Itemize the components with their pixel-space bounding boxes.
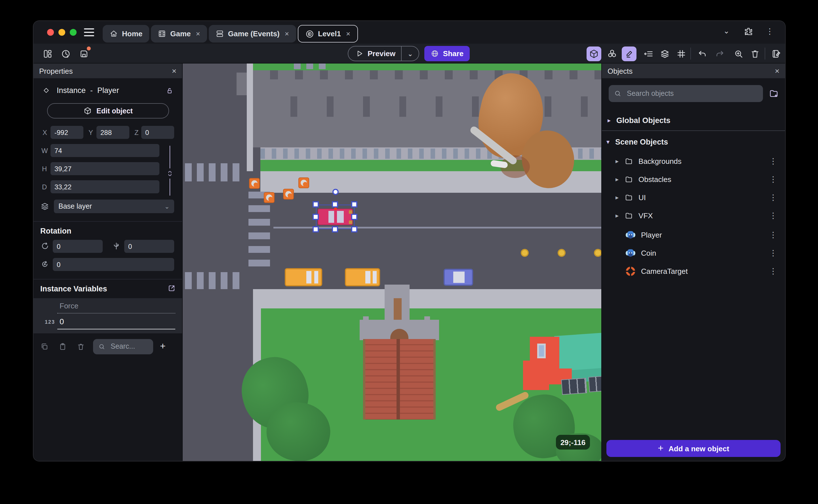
add-folder-icon[interactable] xyxy=(769,88,779,99)
folder-row-backgrounds[interactable]: ▸ Backgrounds ⋮ xyxy=(602,153,785,169)
history-button[interactable] xyxy=(58,46,73,61)
scene-objects-group[interactable]: ▾ Scene Objects xyxy=(602,135,785,149)
rotation-x-input[interactable] xyxy=(53,240,103,253)
folder-row-obstacles[interactable]: ▸ Obstacles ⋮ xyxy=(602,171,785,187)
toggle-3d-view-button[interactable] xyxy=(587,46,601,61)
kebab-menu-icon[interactable]: ⋮ xyxy=(769,266,777,276)
preview-button[interactable]: Preview xyxy=(348,49,401,58)
folder-row-ui[interactable]: ▸ UI ⋮ xyxy=(602,189,785,205)
asset-store-button[interactable] xyxy=(605,46,620,61)
redo-button[interactable] xyxy=(713,46,727,61)
add-new-object-button[interactable]: + Add a new object xyxy=(606,440,781,457)
object-row-player[interactable]: Player ⋮ xyxy=(602,227,785,243)
extensions-puzzle-icon[interactable] xyxy=(744,27,753,36)
edit-object-button[interactable]: Edit object xyxy=(47,103,169,118)
minimize-window-button[interactable] xyxy=(58,29,65,36)
h-input[interactable] xyxy=(50,162,159,175)
close-tab-icon[interactable]: × xyxy=(196,29,200,38)
scene-canvas[interactable]: 29;-116 xyxy=(183,63,601,461)
rotation-handle[interactable] xyxy=(332,189,339,195)
variables-search-input[interactable] xyxy=(109,342,148,351)
tab-game[interactable]: Game × xyxy=(151,25,207,43)
hamburger-menu-icon[interactable] xyxy=(84,28,94,36)
tab-home[interactable]: Home xyxy=(103,25,149,43)
layers-panel-button[interactable] xyxy=(658,46,672,61)
close-panel-icon[interactable]: × xyxy=(172,66,176,75)
window-kebab-menu-icon[interactable]: ⋮ xyxy=(766,27,774,36)
selection-handle[interactable] xyxy=(312,201,319,207)
selection-handle[interactable] xyxy=(351,201,357,207)
variables-search[interactable] xyxy=(93,339,153,354)
delete-button[interactable] xyxy=(748,46,762,61)
events-sheet-icon xyxy=(215,29,224,38)
selection-handle[interactable] xyxy=(312,214,319,220)
instance-coin[interactable] xyxy=(594,249,601,257)
kebab-menu-icon[interactable]: ⋮ xyxy=(769,156,777,166)
preview-dropdown-button[interactable]: ⌄ xyxy=(401,46,419,61)
object-row-cameratarget[interactable]: CameraTarget ⋮ xyxy=(602,263,785,279)
instance-taxi[interactable] xyxy=(285,268,322,286)
instance-powerup-box[interactable] xyxy=(283,189,294,200)
close-window-button[interactable] xyxy=(47,29,54,36)
kebab-menu-icon[interactable]: ⋮ xyxy=(769,230,777,239)
instances-list-button[interactable] xyxy=(641,46,656,61)
global-objects-group[interactable]: ▸ Global Objects xyxy=(602,113,785,127)
solar-panel xyxy=(588,376,601,392)
objects-search[interactable] xyxy=(609,85,763,102)
selection-handle[interactable] xyxy=(332,226,338,232)
instance-powerup-box[interactable] xyxy=(298,177,309,188)
objects-search-input[interactable] xyxy=(626,89,758,98)
instance-taxi[interactable] xyxy=(345,268,380,286)
collapse-chevron-icon[interactable]: ⌄ xyxy=(723,27,730,35)
close-panel-icon[interactable]: × xyxy=(775,66,779,75)
x-input[interactable] xyxy=(50,126,83,139)
close-tab-icon[interactable]: × xyxy=(285,29,289,38)
trash-icon[interactable] xyxy=(77,342,85,351)
w-input[interactable] xyxy=(50,144,159,157)
paste-icon[interactable] xyxy=(58,342,67,351)
z-input[interactable] xyxy=(141,126,174,139)
undo-button[interactable] xyxy=(695,46,710,61)
instance-powerup-box[interactable] xyxy=(264,192,274,203)
selection-handle[interactable] xyxy=(312,226,319,232)
d-input[interactable] xyxy=(50,180,159,193)
instance-player-car-selected[interactable] xyxy=(318,209,353,225)
tab-level1[interactable]: Level1 × xyxy=(297,25,358,43)
kebab-menu-icon[interactable]: ⋮ xyxy=(769,175,777,184)
variable-name[interactable]: Force xyxy=(60,302,78,310)
layout-panels-button[interactable] xyxy=(40,46,55,61)
kebab-menu-icon[interactable]: ⋮ xyxy=(769,211,777,220)
variable-row[interactable]: Force 123 0 xyxy=(33,298,182,333)
instance-powerup-box[interactable] xyxy=(249,178,260,189)
rotation-z-input[interactable] xyxy=(53,258,174,271)
selection-handle[interactable] xyxy=(332,201,338,207)
kebab-menu-icon[interactable]: ⋮ xyxy=(769,193,777,202)
number-type-badge: 123 xyxy=(45,319,55,325)
instance-blue-car[interactable] xyxy=(444,269,473,286)
y-input[interactable] xyxy=(96,126,129,139)
object-row-coin[interactable]: Coin ⋮ xyxy=(602,245,785,261)
open-in-window-icon[interactable] xyxy=(167,284,176,293)
save-button[interactable] xyxy=(77,46,91,61)
kebab-menu-icon[interactable]: ⋮ xyxy=(769,248,777,257)
link-dimensions-icon[interactable] xyxy=(166,169,174,178)
close-tab-icon[interactable]: × xyxy=(346,29,350,38)
grid-button[interactable] xyxy=(674,46,689,61)
folder-row-vfx[interactable]: ▸ VFX ⋮ xyxy=(602,207,785,223)
maximize-window-button[interactable] xyxy=(70,29,77,36)
layer-select[interactable]: Base layer ⌄ xyxy=(54,200,174,213)
selection-handle[interactable] xyxy=(351,214,357,220)
edit-scene-properties-button[interactable] xyxy=(769,46,783,61)
rotation-y-input[interactable] xyxy=(124,240,174,253)
instance-coin[interactable] xyxy=(521,249,529,257)
share-button[interactable]: Share xyxy=(424,46,470,61)
edit-mode-button[interactable] xyxy=(622,46,637,61)
instance-coin[interactable] xyxy=(558,249,566,257)
selection-handle[interactable] xyxy=(351,226,357,232)
add-variable-button[interactable]: + xyxy=(160,341,166,352)
copy-icon[interactable] xyxy=(40,342,49,351)
tab-game-events[interactable]: Game (Events) × xyxy=(209,25,296,43)
unlock-icon[interactable] xyxy=(166,86,174,94)
variable-value[interactable]: 0 xyxy=(60,317,64,326)
zoom-button[interactable] xyxy=(731,46,746,61)
